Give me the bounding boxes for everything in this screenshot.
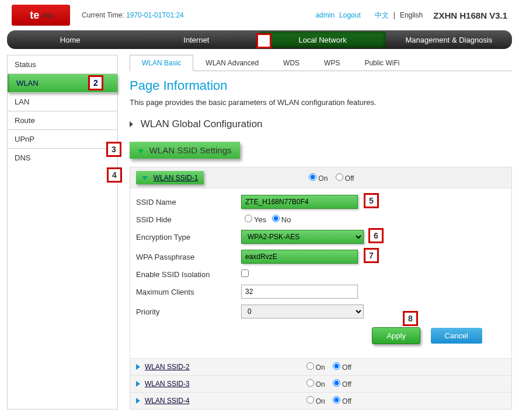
current-time: Current Time: 1970-01-01T01:24 [82,11,184,19]
user-link[interactable]: admin [315,11,335,19]
current-time-value: 1970-01-01T01:24 [126,11,184,19]
ssid-name-label: SSID Name [136,198,241,206]
sidebar-status[interactable]: Status [8,55,117,74]
brand-suffix: data [41,12,54,19]
max-clients-input[interactable] [241,285,358,299]
chevron-right-icon [136,398,140,404]
passphrase-label: WPA Passphrase [136,253,241,261]
sidebar-upnp[interactable]: UPnP [8,130,117,149]
page-title: Page Information [130,78,512,93]
section-global-label: WLAN Global Configuration [141,118,263,130]
sidebar-wlan-label: WLAN [16,79,39,88]
ssid1-form: SSID Name 5 SSID Hide Yes No Encryption … [130,188,511,358]
header-bar: tedata Current Time: 1970-01-01T01:24 ad… [0,0,519,28]
chevron-down-icon [142,176,148,180]
chevron-down-icon [138,149,144,154]
callout-2: 2 [88,75,103,90]
callout-8: 8 [403,311,418,326]
section-global-config[interactable]: WLAN Global Configuration [130,118,512,130]
ssid2-row[interactable]: WLAN SSID-2 On Off [130,358,511,375]
tab-wds[interactable]: WDS [271,55,312,71]
chevron-right-icon [136,364,140,370]
ssid1-link-badge[interactable]: WLAN SSID-1 [136,171,204,184]
ssid3-on-radio[interactable] [306,379,314,387]
callout-5: 5 [364,193,379,208]
priority-select[interactable]: 0 [241,304,364,318]
ssid4-off-radio[interactable] [333,396,340,404]
brand-logo: tedata [12,5,70,26]
ssid-name-input[interactable] [241,195,358,209]
page-desc: This page provides the basic parameters … [130,98,512,107]
sidebar-wlan[interactable]: WLAN 2 [8,74,117,93]
nav-home[interactable]: Home [7,30,133,49]
ssid4-row[interactable]: WLAN SSID-4 On Off [130,392,511,409]
callout-6: 6 [368,228,384,243]
sidebar: Status WLAN 2 LAN Route UPnP DNS [7,55,118,410]
isolation-checkbox[interactable] [241,270,249,277]
callout-3: 3 [106,142,121,157]
apply-button[interactable]: Apply [372,327,420,344]
button-row: 8 Apply Cancel [136,321,506,352]
header-right: admin Logout 中文 | English ZXHN H168N V3.… [315,10,507,20]
ssid1-onoff: On Off [303,173,354,183]
subtabs: WLAN Basic WLAN Advanced WDS WPS Public … [130,55,512,71]
tab-public-wifi[interactable]: Public WiFi [352,55,412,71]
section-ssid-settings[interactable]: WLAN SSID Settings [130,142,240,159]
tab-wlan-advanced[interactable]: WLAN Advanced [193,55,271,71]
ssid3-link: WLAN SSID-3 [145,380,190,388]
passphrase-input[interactable] [241,250,358,264]
ssid1-on-radio[interactable] [309,173,316,181]
ssid1-link: WLAN SSID-1 [154,174,198,182]
ssid3-row[interactable]: WLAN SSID-3 On Off [130,375,511,392]
brand-prefix: te [30,9,39,22]
ssid-panel: 4 WLAN SSID-1 On Off SSID Name 5 [130,167,512,410]
lang-en-label: English [400,11,423,19]
sidebar-dns[interactable]: DNS [8,149,117,167]
ssid4-link: WLAN SSID-4 [145,397,190,405]
sidebar-route[interactable]: Route [8,111,117,130]
priority-label: Priority [136,307,241,316]
ssid3-onoff: On Off [301,379,351,388]
ssid-hide-yes[interactable]: Yes [241,215,266,224]
tab-wlan-basic[interactable]: WLAN Basic [130,55,193,71]
encryption-select[interactable]: WPA2-PSK-AES [241,230,364,244]
isolation-label: Enable SSID Isolation [136,270,241,279]
main-nav: Home Internet Local Network 1 Management… [7,30,512,49]
ssid1-off-radio[interactable] [336,173,343,181]
max-clients-label: Maximum Clients [136,288,241,296]
ssid1-on[interactable]: On [303,174,328,183]
ssid2-off-radio[interactable] [333,362,340,370]
ssid-hide-no-radio[interactable] [272,215,280,222]
logout-link[interactable]: Logout [339,11,361,19]
ssid-hide-group: Yes No [241,215,291,224]
callout-4: 4 [107,167,122,183]
ssid2-onoff: On Off [301,362,351,372]
ssid-hide-yes-radio[interactable] [245,215,252,222]
ssid4-on-radio[interactable] [306,396,314,404]
chevron-right-icon [136,381,140,387]
nav-internet[interactable]: Internet [133,30,259,49]
callout-1: 1 [256,33,271,48]
ssid4-onoff: On Off [301,396,351,405]
ssid1-header: 4 WLAN SSID-1 On Off [130,167,511,188]
nav-local-network[interactable]: Local Network 1 [260,32,386,48]
lang-cn-link[interactable]: 中文 [375,10,389,20]
ssid3-off-radio[interactable] [333,379,340,387]
content: WLAN Basic WLAN Advanced WDS WPS Public … [118,55,512,410]
device-model: ZXHN H168N V3.1 [433,10,507,20]
tab-wps[interactable]: WPS [312,55,352,71]
lang-sep: | [393,11,395,19]
callout-7: 7 [364,248,379,263]
ssid-hide-label: SSID Hide [136,215,241,224]
nav-local-network-label: Local Network [298,36,346,44]
encryption-label: Encryption Type [136,233,241,242]
ssid2-on-radio[interactable] [306,362,314,370]
current-time-label: Current Time: [82,11,124,19]
sidebar-lan[interactable]: LAN [8,93,117,111]
ssid1-off[interactable]: Off [330,174,354,183]
ssid2-link: WLAN SSID-2 [145,363,190,371]
section-ssid-label: WLAN SSID Settings [149,145,232,155]
cancel-button[interactable]: Cancel [431,328,482,344]
ssid-hide-no[interactable]: No [269,215,291,224]
nav-mgmt-diag[interactable]: Management & Diagnosis [386,30,512,49]
